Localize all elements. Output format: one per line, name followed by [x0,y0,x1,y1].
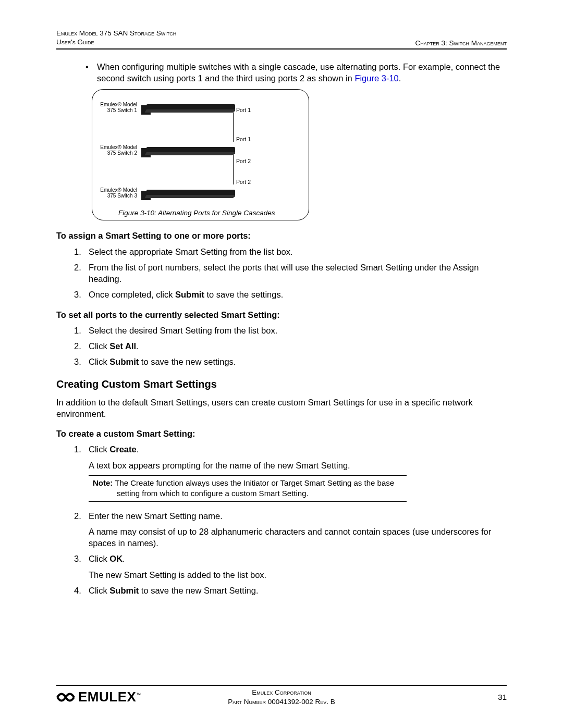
header-product: Emulex Model 375 SAN Storage Switch [56,29,176,38]
header-chapter: Chapter 3: Switch Management [415,39,507,47]
figure-link[interactable]: Figure 3-10 [354,73,398,83]
header-guide: User's Guide [56,38,176,47]
list-item: 1. Select the desired Smart Setting from… [74,325,507,336]
page-number: 31 [498,693,507,701]
list-item: 3. Click OK. The new Smart Setting is ad… [74,553,507,581]
port1-bottom-label: Port 1 [236,135,251,143]
list-item: 1. Click Create. A text box appears prom… [74,443,507,505]
intro-para: In addition to the default Smart Setting… [56,397,507,420]
section2-heading: To set all ports to the currently select… [56,309,507,320]
cascade-line-1 [233,113,234,142]
list-item: 2. Click Set All. [74,340,507,352]
section3-heading: To create a custom Smart Setting: [56,428,507,439]
h3-creating: Creating Custom Smart Settings [56,377,507,391]
list-item: 3. Click Submit to save the new settings… [74,356,507,367]
content: • When configuring multiple switches wit… [56,61,507,596]
list-item: 2. From the list of port numbers, select… [74,262,507,285]
list-item: 1. Select the appropriate Smart Setting … [74,246,507,257]
cascade-line-2 [233,155,234,184]
bullet-item: • When configuring multiple switches wit… [85,61,507,84]
figure-3-10: Emulex® Model 375 Switch 1 Port 1 Port 1… [92,89,309,220]
section1-list: 1. Select the appropriate Smart Setting … [74,246,507,301]
page-footer: EMULEX™ Emulex Corporation Part Number 0… [56,685,507,705]
port2-top-label: Port 2 [236,157,251,165]
section3-list: 1. Click Create. A text box appears prom… [74,443,507,596]
switch1-icon [140,100,237,115]
switch3-label: Emulex® Model 375 Switch 3 [100,187,140,199]
list-item: 4. Click Submit to save the new Smart Se… [74,585,507,596]
bullet-marker: • [85,61,97,84]
section2-list: 1. Select the desired Smart Setting from… [74,325,507,368]
section1-heading: To assign a Smart Setting to one or more… [56,230,507,241]
port1-top-label: Port 1 [236,106,251,114]
header-left: Emulex Model 375 SAN Storage Switch User… [56,29,176,47]
switch2-icon [140,143,237,157]
emulex-logo-text: EMULEX™ [78,689,141,705]
emulex-logo: EMULEX™ [56,689,141,705]
list-item: 2. Enter the new Smart Setting name. A n… [74,510,507,549]
page-header: Emulex Model 375 SAN Storage Switch User… [56,29,507,50]
switch3-icon [140,186,237,200]
bullet-text: When configuring multiple switches with … [97,61,507,84]
list-item: 3. Once completed, click Submit to save … [74,289,507,300]
note-box: Note: The Create function always uses th… [89,475,407,502]
port2-bottom-label: Port 2 [236,178,251,186]
switch2-label: Emulex® Model 375 Switch 2 [100,144,140,156]
figure-caption: Figure 3-10: Alternating Ports for Singl… [100,208,301,218]
switch1-label: Emulex® Model 375 Switch 1 [100,102,140,113]
emulex-logo-icon [56,689,75,705]
